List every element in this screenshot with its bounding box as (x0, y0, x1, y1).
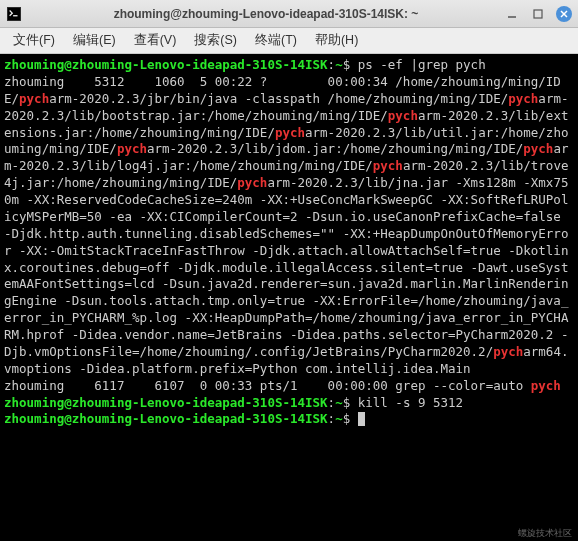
prompt-userhost: zhouming@zhouming-Lenovo-ideapad-310S-14… (4, 57, 328, 72)
command-text: kill -s 9 5312 (358, 395, 463, 410)
terminal-app-icon (6, 6, 22, 22)
grep-match: pych (237, 175, 267, 190)
prompt-userhost: zhouming@zhouming-Lenovo-ideapad-310S-14… (4, 411, 328, 426)
svg-rect-1 (8, 7, 20, 19)
menu-bar: 文件(F) 编辑(E) 查看(V) 搜索(S) 终端(T) 帮助(H) (0, 28, 578, 54)
menu-view[interactable]: 查看(V) (125, 29, 186, 52)
grep-match: pych (117, 141, 147, 156)
grep-match: pych (508, 91, 538, 106)
terminal-body[interactable]: zhouming@zhouming-Lenovo-ideapad-310S-14… (0, 54, 578, 541)
window-title: zhouming@zhouming-Lenovo-ideapad-310S-14… (28, 7, 504, 21)
maximize-button[interactable] (530, 6, 546, 22)
watermark-text: 螺旋技术社区 (518, 527, 572, 539)
minimize-button[interactable] (504, 6, 520, 22)
grep-match: pych (373, 158, 403, 173)
prompt-cwd: ~ (335, 57, 343, 72)
terminal-cursor (358, 412, 365, 426)
command-text: ps -ef |grep pych (358, 57, 486, 72)
grep-match: pych (523, 141, 553, 156)
menu-terminal[interactable]: 终端(T) (246, 29, 306, 52)
grep-match: pych (531, 378, 561, 393)
window-titlebar: zhouming@zhouming-Lenovo-ideapad-310S-14… (0, 0, 578, 28)
grep-match: pych (275, 125, 305, 140)
menu-edit[interactable]: 编辑(E) (64, 29, 125, 52)
prompt-cwd: ~ (335, 395, 343, 410)
ps-text: arm-2020.2.3/lib/jdom.jar:/home/zhouming… (147, 141, 523, 156)
svg-rect-4 (534, 10, 542, 18)
prompt-userhost: zhouming@zhouming-Lenovo-ideapad-310S-14… (4, 395, 328, 410)
ps-text: arm-2020.2.3/lib/jna.jar -Xms128m -Xmx75… (4, 175, 568, 359)
ps-row-2-prefix: zhouming 6117 6107 0 00:33 pts/1 00:00:0… (4, 378, 531, 393)
grep-match: pych (493, 344, 523, 359)
ps-text: arm-2020.2.3/jbr/bin/java -classpath /ho… (49, 91, 508, 106)
grep-match: pych (388, 108, 418, 123)
grep-match: pych (19, 91, 49, 106)
prompt-cwd: ~ (335, 411, 343, 426)
menu-help[interactable]: 帮助(H) (306, 29, 367, 52)
close-button[interactable] (556, 6, 572, 22)
menu-search[interactable]: 搜索(S) (185, 29, 246, 52)
menu-file[interactable]: 文件(F) (4, 29, 64, 52)
window-controls (504, 6, 572, 22)
